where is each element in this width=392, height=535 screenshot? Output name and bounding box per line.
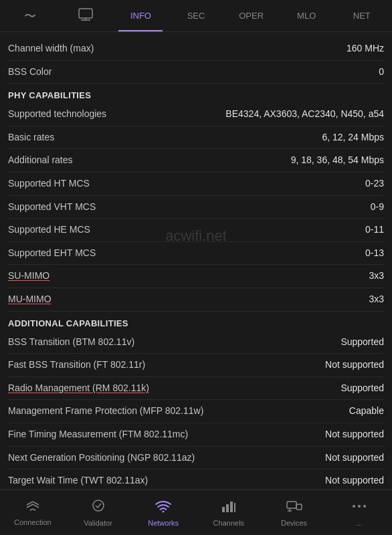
svg-point-3 [93,500,104,511]
fine-timing-label: Fine Timing Measurement (FTM 802.11mc) [8,428,325,441]
ht-mcs-label: Supported HT MCS [8,177,365,191]
row-radio-mgmt: Radio Management (RM 802.11k) Supported [8,377,384,401]
bottom-nav-validator[interactable]: Validator [66,490,131,535]
net-label: NET [353,11,371,21]
connection-bottom-label: Connection [14,518,52,526]
bss-color-label: BSS Color [8,66,379,79]
tab-validator[interactable] [58,0,114,31]
bottom-navigation: Connection Validator Networks [0,490,392,535]
eht-mcs-value: 0-13 [365,247,384,260]
svg-point-4 [163,510,165,512]
tab-info[interactable]: INFO [113,0,169,31]
svg-rect-5 [222,507,225,512]
svg-rect-9 [287,502,296,508]
info-content: Channel width (max) 160 MHz BSS Color 0 … [0,32,392,498]
bss-transition-value: Supported [340,336,384,349]
additional-rates-label: Additional rates [8,154,291,167]
row-channel-width: Channel width (max) 160 MHz [8,37,384,61]
svg-rect-0 [79,9,92,18]
tab-mlo[interactable]: MLO [279,0,334,31]
svg-rect-7 [230,502,233,512]
phy-section-header: PHY CAPABILITIES [8,84,384,103]
oper-label: OPER [239,11,264,21]
connection-icon: 〜 [24,10,36,22]
row-ht-mcs: Supported HT MCS 0-23 [8,173,384,196]
eht-mcs-label: Supported EHT MCS [8,247,365,260]
svg-point-13 [353,505,355,508]
networks-bottom-icon [155,499,172,516]
tab-oper[interactable]: OPER [223,0,279,31]
svg-point-14 [358,505,361,508]
row-next-gen: Next Generation Positioning (NGP 802.11a… [8,447,384,470]
target-wait-value: Not supported [325,474,384,488]
bottom-nav-networks[interactable]: Networks [130,490,196,535]
additional-rates-value: 9, 18, 36, 48, 54 Mbps [291,154,384,167]
validator-bottom-label: Validator [84,519,112,527]
next-gen-label: Next Generation Positioning (NGP 802.11a… [8,451,325,465]
mu-mimo-value: 3x3 [369,293,384,306]
su-mimo-label: SU-MIMO [8,270,369,283]
radio-mgmt-label: Radio Management (RM 802.11k) [8,382,340,395]
row-supported-tech: Supported technologies BE4324, AX3603, A… [8,103,384,126]
su-mimo-value: 3x3 [369,270,384,283]
row-vht-mcs: Supported VHT MCS 0-9 [8,196,384,219]
fine-timing-value: Not supported [325,428,384,441]
ht-mcs-value: 0-23 [365,177,384,191]
validator-icon [78,8,93,23]
supported-tech-value: BE4324, AX3603, AC2340, N450, a54 [225,108,384,121]
row-fine-timing: Fine Timing Measurement (FTM 802.11mc) N… [8,423,384,447]
row-fast-bss: Fast BSS Transition (FT 802.11r) Not sup… [8,354,384,377]
row-bss-transition: BSS Transition (BTM 802.11v) Supported [8,331,384,354]
fast-bss-label: Fast BSS Transition (FT 802.11r) [8,358,325,372]
additional-section-header: ADDITIONAL CAPABILITIES [8,312,384,331]
networks-bottom-label: Networks [148,519,179,527]
basic-rates-value: 6, 12, 24 Mbps [322,131,384,144]
more-bottom-icon [351,499,368,516]
connection-bottom-icon [25,500,41,516]
row-mu-mimo: MU-MIMO 3x3 [8,288,384,312]
basic-rates-label: Basic rates [8,131,322,144]
top-navigation: 〜 INFO SEC OPER MLO NET [0,0,392,32]
row-target-wait: Target Wait Time (TWT 802.11ax) Not supp… [8,469,384,492]
fast-bss-value: Not supported [325,358,384,372]
mgmt-frame-label: Management Frame Protection (MFP 802.11w… [8,405,349,418]
supported-tech-label: Supported technologies [8,108,225,121]
bss-transition-label: BSS Transition (BTM 802.11v) [8,336,340,349]
bss-color-value: 0 [379,66,384,79]
devices-bottom-label: Devices [281,519,307,527]
target-wait-label: Target Wait Time (TWT 802.11ax) [8,474,325,488]
channels-bottom-icon [221,499,237,516]
he-mcs-value: 0-11 [365,223,384,237]
vht-mcs-value: 0-9 [371,201,384,214]
tab-connection[interactable]: 〜 [3,0,58,31]
tab-sec[interactable]: SEC [169,0,224,31]
next-gen-value: Not supported [325,451,384,465]
bottom-nav-connection[interactable]: Connection [0,490,66,535]
bottom-nav-devices[interactable]: Devices [262,490,327,535]
channels-bottom-label: Channels [213,519,244,527]
devices-bottom-icon [286,499,303,516]
row-eht-mcs: Supported EHT MCS 0-13 [8,242,384,265]
info-label: INFO [130,11,151,21]
row-su-mimo: SU-MIMO 3x3 [8,265,384,288]
svg-point-15 [363,505,366,508]
svg-rect-10 [296,504,302,510]
bottom-nav-more[interactable]: ... [326,490,392,535]
sec-label: SEC [187,11,205,21]
svg-rect-8 [234,503,235,512]
more-bottom-label: ... [357,519,363,527]
radio-mgmt-value: Supported [340,382,384,395]
he-mcs-label: Supported HE MCS [8,223,365,237]
row-basic-rates: Basic rates 6, 12, 24 Mbps [8,126,384,150]
mlo-label: MLO [297,11,316,21]
row-bss-color: BSS Color 0 [8,61,384,84]
bottom-nav-channels[interactable]: Channels [196,490,262,535]
tab-net[interactable]: NET [334,0,389,31]
channel-width-label: Channel width (max) [8,42,347,56]
mgmt-frame-value: Capable [349,405,384,418]
channel-width-value: 160 MHz [347,42,384,56]
mu-mimo-label: MU-MIMO [8,293,369,306]
row-additional-rates: Additional rates 9, 18, 36, 48, 54 Mbps [8,149,384,173]
svg-rect-6 [226,504,229,512]
vht-mcs-label: Supported VHT MCS [8,201,371,214]
